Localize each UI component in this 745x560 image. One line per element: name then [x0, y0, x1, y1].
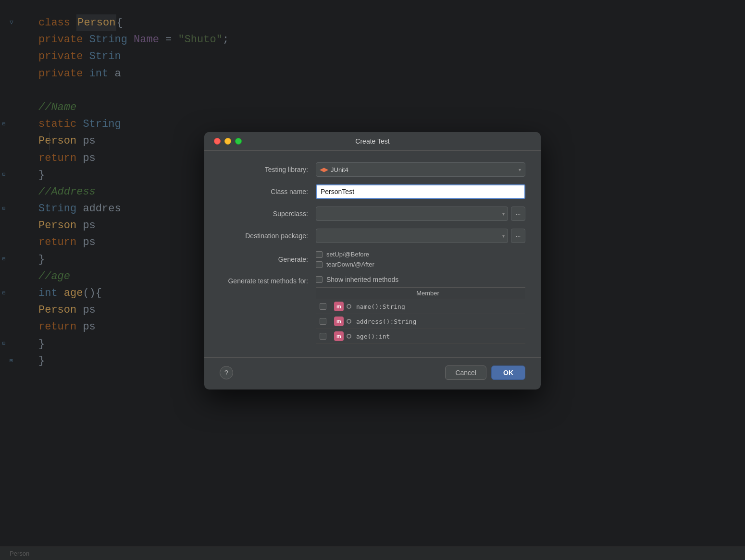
generate-checkboxes: setUp/@Before tearDown/@After [316, 251, 525, 268]
ok-button[interactable]: OK [491, 365, 525, 380]
method2-badge: m [334, 317, 344, 326]
testing-library-label: Testing library: [220, 166, 316, 173]
destination-package-label: Destination package: [220, 232, 316, 240]
superclass-browse-button[interactable]: ··· [511, 207, 525, 221]
method3-dot [347, 334, 351, 339]
dest-dropdown-arrow: ▾ [502, 233, 505, 239]
destination-package-combo: ▾ ··· [316, 229, 525, 243]
method1-dot [347, 304, 351, 309]
testing-library-value: JUnit4 [331, 166, 348, 173]
generate-row: Generate: setUp/@Before tearDown/@After [220, 251, 525, 268]
destination-browse-button[interactable]: ··· [511, 229, 525, 243]
member-column-header: Member [334, 290, 522, 297]
setup-before-row: setUp/@Before [316, 251, 525, 258]
method-row-3: m age():int [316, 329, 525, 344]
close-button[interactable] [214, 138, 221, 145]
method1-name: name():String [356, 303, 405, 310]
testing-library-control: ◀▶ JUnit4 ▾ [316, 162, 525, 177]
cancel-button[interactable]: Cancel [445, 365, 486, 380]
create-test-dialog: Create Test Testing library: ◀▶ JUnit4 ▾… [204, 132, 541, 390]
footer-action-buttons: Cancel OK [445, 365, 525, 380]
testing-library-select[interactable]: ◀▶ JUnit4 ▾ [316, 162, 525, 177]
teardown-after-row: tearDown/@After [316, 261, 525, 268]
generate-test-methods-row: Generate test methods for: Show inherite… [220, 276, 525, 344]
method2-col [320, 318, 334, 325]
help-button[interactable]: ? [220, 366, 233, 379]
show-inherited-label: Show inherited methods [326, 276, 398, 283]
method1-col [320, 303, 334, 310]
show-inherited-checkbox[interactable] [316, 276, 323, 283]
modal-overlay: Create Test Testing library: ◀▶ JUnit4 ▾… [0, 0, 745, 560]
browse-icon: ··· [516, 210, 521, 218]
method2-name: address():String [356, 318, 416, 325]
methods-table: Member m name():String [316, 287, 525, 344]
dialog-footer: ? Cancel OK [204, 357, 541, 390]
superclass-dropdown-arrow: ▾ [502, 211, 505, 217]
method3-name: age():int [356, 333, 390, 340]
superclass-input[interactable]: ▾ [316, 207, 508, 221]
setup-before-checkbox[interactable] [316, 251, 323, 258]
setup-before-label: setUp/@Before [326, 251, 369, 258]
method-row-2: m address():String [316, 314, 525, 329]
destination-package-row: Destination package: ▾ ··· [220, 229, 525, 243]
dialog-body: Testing library: ◀▶ JUnit4 ▾ Class name: [204, 151, 541, 357]
minimize-button[interactable] [224, 138, 231, 145]
method3-badge: m [334, 331, 344, 341]
testing-library-row: Testing library: ◀▶ JUnit4 ▾ [220, 162, 525, 177]
destination-package-control: ▾ ··· [316, 229, 525, 243]
superclass-label: Superclass: [220, 210, 316, 218]
generate-label: Generate: [220, 256, 316, 263]
method3-col [320, 333, 334, 340]
class-name-input[interactable] [316, 184, 525, 199]
method1-checkbox[interactable] [320, 303, 326, 310]
class-name-control [316, 184, 525, 199]
superclass-control: ▾ ··· [316, 207, 525, 221]
superclass-combo: ▾ ··· [316, 207, 525, 221]
superclass-row: Superclass: ▾ ··· [220, 207, 525, 221]
junit-icon: ◀▶ [320, 166, 328, 173]
generate-test-methods-label: Generate test methods for: [220, 276, 316, 285]
teardown-after-label: tearDown/@After [326, 261, 374, 268]
dialog-titlebar: Create Test [204, 132, 541, 151]
dropdown-arrow-icon: ▾ [519, 167, 521, 172]
method-row-1: m name():String [316, 299, 525, 314]
show-inherited-row: Show inherited methods [316, 276, 525, 283]
dialog-title: Create Test [204, 137, 541, 145]
method3-checkbox[interactable] [320, 333, 326, 340]
generate-control: setUp/@Before tearDown/@After [316, 251, 525, 268]
class-name-label: Class name: [220, 188, 316, 195]
destination-package-input[interactable]: ▾ [316, 229, 508, 243]
maximize-button[interactable] [235, 138, 242, 145]
browse-dest-icon: ··· [516, 232, 521, 240]
method1-badge: m [334, 302, 344, 311]
test-methods-content: Show inherited methods Member [316, 276, 525, 344]
methods-table-header: Member [316, 287, 525, 299]
teardown-after-checkbox[interactable] [316, 261, 323, 268]
method2-checkbox[interactable] [320, 318, 326, 325]
class-name-row: Class name: [220, 184, 525, 199]
method2-dot [347, 319, 351, 324]
traffic-lights [214, 138, 242, 145]
